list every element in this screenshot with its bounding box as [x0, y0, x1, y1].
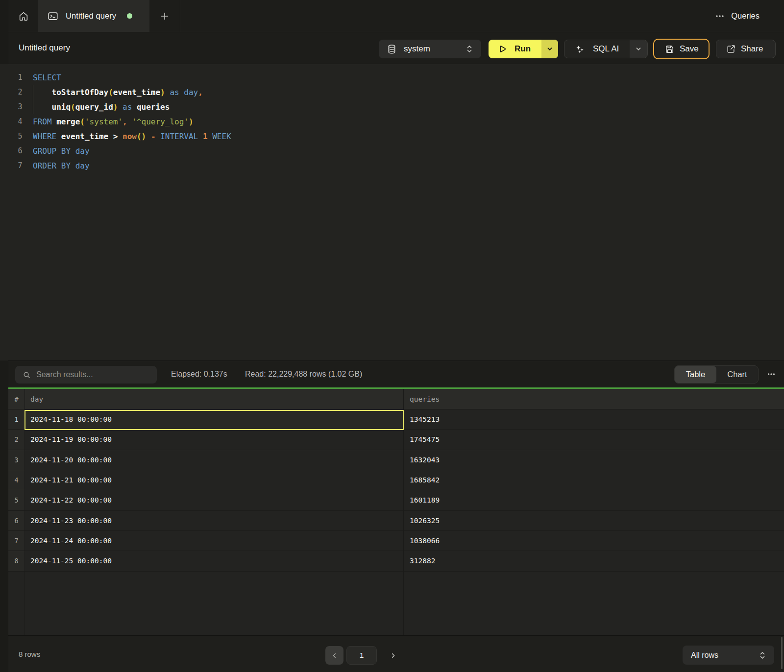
- queries-link[interactable]: Queries: [731, 11, 760, 21]
- search-icon: [23, 371, 30, 379]
- code-line[interactable]: 1SELECT: [0, 70, 784, 85]
- code-text: ORDER BY day: [33, 161, 90, 170]
- sql-ai-label: SQL AI: [593, 44, 619, 54]
- code-line[interactable]: 5WHERE event_time > now() - INTERVAL 1 W…: [0, 129, 784, 144]
- row-number-header: #: [8, 389, 24, 409]
- code-line[interactable]: 4FROM merge('system', '^query_log'): [0, 114, 784, 129]
- current-page-button[interactable]: 1: [346, 646, 377, 665]
- home-button[interactable]: [8, 0, 38, 32]
- cell-day[interactable]: 2024-11-20 00:00:00: [24, 450, 403, 470]
- line-number: 5: [0, 132, 23, 141]
- tab-label: Untitled query: [66, 11, 116, 21]
- run-button[interactable]: Run: [489, 40, 558, 58]
- chevron-down-icon: [546, 46, 553, 52]
- cell-day[interactable]: 2024-11-21 00:00:00: [24, 470, 403, 490]
- table-row: 42024-11-21 00:00:001685842: [8, 470, 784, 490]
- select-chevrons-icon: [466, 45, 473, 53]
- cell-queries[interactable]: 1632043: [403, 450, 784, 470]
- tab-chart-view[interactable]: Chart: [716, 366, 758, 383]
- line-number: 6: [0, 146, 23, 155]
- cell-day[interactable]: 2024-11-22 00:00:00: [24, 490, 403, 510]
- code-text: toStartOfDay(event_time) as day,: [33, 88, 203, 97]
- line-number: 7: [0, 161, 23, 170]
- sql-ai-button[interactable]: SQL AI: [564, 40, 648, 58]
- table-row: 32024-11-20 00:00:001632043: [8, 450, 784, 470]
- cell-day[interactable]: 2024-11-25 00:00:00: [24, 551, 403, 571]
- unsaved-changes-dot: [127, 13, 132, 19]
- table-row: 52024-11-22 00:00:001601189: [8, 490, 784, 510]
- sql-editor[interactable]: 1SELECT2 toStartOfDay(event_time) as day…: [0, 64, 784, 360]
- cell-day[interactable]: 2024-11-24 00:00:00: [24, 531, 403, 551]
- line-number: 2: [0, 88, 23, 96]
- row-number[interactable]: 5: [8, 490, 24, 510]
- database-selector[interactable]: system: [379, 40, 481, 58]
- share-icon: [727, 45, 735, 53]
- row-number[interactable]: 1: [8, 409, 24, 429]
- elapsed-stat: Elapsed: 0.137s: [171, 361, 227, 387]
- cell-queries[interactable]: 1345213: [403, 409, 784, 429]
- cell-day[interactable]: 2024-11-19 00:00:00: [24, 430, 403, 449]
- table-row: 62024-11-23 00:00:001026325: [8, 511, 784, 531]
- run-options-button[interactable]: [541, 40, 558, 58]
- share-label: Share: [741, 44, 763, 54]
- row-number[interactable]: 6: [8, 511, 24, 530]
- selected-cell-ring: [24, 410, 404, 431]
- chevron-left-icon: [331, 652, 338, 659]
- cell-queries[interactable]: 1685842: [403, 470, 784, 490]
- cell-queries[interactable]: 1745475: [403, 430, 784, 449]
- row-number[interactable]: 7: [8, 531, 24, 551]
- previous-page-button[interactable]: [325, 646, 343, 665]
- table-header-row: # day queries: [8, 389, 784, 409]
- chevron-down-icon: [635, 46, 642, 52]
- select-chevrons-icon: [759, 651, 766, 660]
- results-more-button[interactable]: [761, 361, 781, 387]
- cell-day[interactable]: 2024-11-23 00:00:00: [24, 511, 403, 530]
- save-button[interactable]: Save: [653, 39, 710, 59]
- cell-queries[interactable]: 1026325: [403, 511, 784, 530]
- play-icon: [498, 45, 507, 53]
- ellipsis-icon: [767, 370, 776, 379]
- column-header-day[interactable]: day: [24, 389, 403, 409]
- table-row: 22024-11-19 00:00:001745475: [8, 430, 784, 450]
- tab-untitled-query[interactable]: Untitled query: [38, 0, 149, 32]
- line-number: 4: [0, 117, 23, 126]
- sql-ai-main[interactable]: SQL AI: [564, 40, 630, 58]
- code-line[interactable]: 2 toStartOfDay(event_time) as day,: [0, 85, 784, 99]
- page-size-selector[interactable]: All rows: [683, 646, 774, 665]
- scrollbar-thumb[interactable]: [781, 637, 783, 669]
- sql-ai-options-button[interactable]: [630, 40, 647, 58]
- cell-queries[interactable]: 1601189: [403, 490, 784, 510]
- new-tab-button[interactable]: [149, 0, 180, 32]
- table-body: 12024-11-18 00:00:00134521322024-11-19 0…: [8, 409, 784, 572]
- share-button[interactable]: Share: [716, 40, 776, 58]
- search-results-input[interactable]: Search results...: [15, 366, 157, 384]
- row-number[interactable]: 3: [8, 450, 24, 470]
- column-header-queries[interactable]: queries: [403, 389, 784, 409]
- search-placeholder: Search results...: [36, 370, 93, 379]
- sql-console: Untitled query Queries Untitled query: [0, 0, 784, 672]
- row-number[interactable]: 2: [8, 430, 24, 449]
- more-options-button[interactable]: [715, 11, 725, 21]
- code-text: GROUP BY day: [33, 146, 90, 156]
- database-value: system: [404, 44, 430, 54]
- run-button-main[interactable]: Run: [489, 40, 541, 58]
- chevron-right-icon: [390, 652, 397, 659]
- code-line[interactable]: 6GROUP BY day: [0, 144, 784, 158]
- tab-table-view[interactable]: Table: [675, 366, 716, 383]
- query-header: Untitled query system: [8, 32, 784, 64]
- save-icon: [665, 45, 674, 54]
- editor-lines: 1SELECT2 toStartOfDay(event_time) as day…: [0, 70, 784, 173]
- row-number[interactable]: 4: [8, 470, 24, 490]
- database-icon: [388, 45, 396, 54]
- next-page-button[interactable]: [384, 646, 402, 665]
- code-text: uniq(query_id) as queries: [33, 102, 170, 112]
- sparkles-icon: [575, 45, 585, 54]
- code-line[interactable]: 7ORDER BY day: [0, 158, 784, 173]
- table-row: 82024-11-25 00:00:00312882: [8, 551, 784, 571]
- cell-queries[interactable]: 312882: [403, 551, 784, 571]
- row-number[interactable]: 8: [8, 551, 24, 571]
- page-title: Untitled query: [19, 32, 70, 64]
- page-size-value: All rows: [691, 651, 718, 660]
- cell-queries[interactable]: 1038066: [403, 531, 784, 551]
- code-line[interactable]: 3 uniq(query_id) as queries: [0, 99, 784, 114]
